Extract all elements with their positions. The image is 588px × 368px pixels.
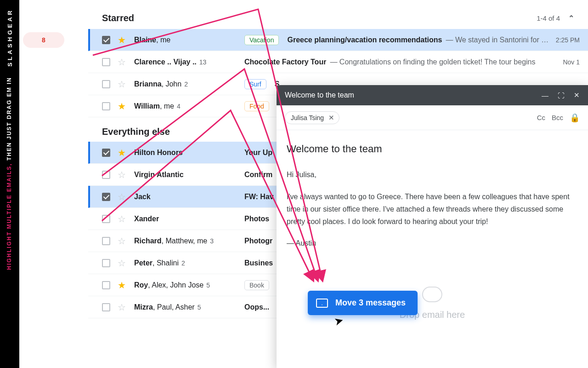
row-subject: Photogr bbox=[244, 237, 272, 245]
row-label-chip[interactable]: Vacation bbox=[244, 35, 279, 45]
row-subject: Greece planning/vacation recommendations bbox=[287, 36, 442, 44]
row-checkbox[interactable] bbox=[102, 303, 110, 311]
row-label-chip[interactable]: Surf bbox=[244, 79, 266, 89]
move-messages-label: Move 3 messages bbox=[335, 298, 406, 308]
mail-row[interactable]: ☆Clarence .. Vijay ..13Chocolate Factory… bbox=[88, 51, 588, 73]
row-sender: Virgin Atlantic bbox=[134, 171, 244, 179]
row-sender: Richard, Matthew, me3 bbox=[134, 237, 244, 245]
section-starred-count: 1-4 of 4 bbox=[537, 14, 560, 22]
recipient-name: Julisa Tsing bbox=[291, 114, 324, 121]
star-icon[interactable]: ☆ bbox=[118, 214, 128, 224]
row-sender: Roy, Alex, John Jose5 bbox=[134, 281, 244, 289]
row-sender: Xander bbox=[134, 215, 244, 223]
star-icon[interactable]: ☆ bbox=[118, 58, 128, 67]
star-icon[interactable]: ☆ bbox=[118, 170, 128, 179]
row-sender: William, me4 bbox=[134, 102, 244, 110]
row-date: Nov 1 bbox=[563, 58, 580, 66]
star-icon[interactable]: ★ bbox=[118, 102, 128, 111]
compose-recipients-row[interactable]: Julisa Tsing ✕ Cc Bcc 🔒 bbox=[277, 105, 588, 130]
row-sender: Clarence .. Vijay ..13 bbox=[134, 58, 244, 66]
compose-window-title: Welcome to the team bbox=[285, 91, 354, 99]
compose-titlebar[interactable]: Welcome to the team — ⛶ ✕ bbox=[277, 85, 588, 105]
row-checkbox[interactable] bbox=[102, 149, 110, 157]
mail-row[interactable]: ★Blaine, meVacationGreece planning/vacat… bbox=[88, 29, 588, 51]
move-messages-pill[interactable]: Move 3 messages bbox=[308, 291, 418, 315]
row-snippet: — Congratulations on finding the golden … bbox=[330, 58, 556, 66]
row-sender: Mizra, Paul, Asher5 bbox=[134, 303, 244, 311]
lock-icon[interactable]: 🔒 bbox=[570, 113, 580, 123]
row-subject: Your Up bbox=[244, 149, 272, 157]
row-sender: Blaine, me bbox=[134, 36, 244, 44]
row-subject: Busines bbox=[244, 259, 273, 267]
row-checkbox[interactable] bbox=[102, 215, 110, 223]
section-everything-title: Everything else bbox=[102, 126, 170, 137]
tagline-highlight: HIGHLIGHT MULTIPLE EMAILS, bbox=[6, 163, 12, 270]
star-icon[interactable]: ☆ bbox=[118, 192, 128, 201]
compose-window: Welcome to the team — ⛶ ✕ Julisa Tsing ✕… bbox=[277, 85, 588, 368]
remove-recipient-icon[interactable]: ✕ bbox=[328, 114, 334, 122]
star-icon[interactable]: ★ bbox=[118, 148, 128, 157]
row-sender: Jack bbox=[134, 193, 244, 201]
row-checkbox[interactable] bbox=[102, 281, 110, 289]
row-checkbox[interactable] bbox=[102, 102, 110, 110]
row-sender: Peter, Shalini2 bbox=[134, 259, 244, 267]
section-starred-title: Starred bbox=[102, 13, 134, 23]
row-sender: Brianna, John2 bbox=[134, 80, 244, 88]
fullscreen-icon[interactable]: ⛶ bbox=[558, 92, 565, 99]
site-rail: SLASHGEAR HIGHLIGHT MULTIPLE EMAILS, THE… bbox=[0, 0, 19, 368]
star-icon[interactable]: ★ bbox=[118, 35, 128, 45]
compose-body[interactable]: Welcome to the team Hi Julisa, I've alwa… bbox=[277, 130, 588, 368]
star-icon[interactable]: ☆ bbox=[118, 259, 128, 268]
row-checkbox[interactable] bbox=[102, 171, 110, 179]
row-checkbox[interactable] bbox=[102, 193, 110, 201]
envelope-icon bbox=[316, 299, 328, 308]
tagline-rest: THEN JUST DRAG EM IN bbox=[6, 77, 12, 163]
row-checkbox[interactable] bbox=[102, 36, 110, 44]
row-subject: Confirm bbox=[244, 171, 272, 179]
compose-greeting: Hi Julisa, bbox=[287, 168, 578, 181]
attachment-icon bbox=[422, 287, 442, 302]
compose-signature: — Austin bbox=[287, 237, 578, 249]
row-checkbox[interactable] bbox=[102, 259, 110, 267]
row-date: 2:25 PM bbox=[556, 36, 580, 44]
row-subject: Chocolate Factory Tour bbox=[244, 58, 326, 66]
bcc-button[interactable]: Bcc bbox=[552, 114, 563, 121]
close-icon[interactable]: ✕ bbox=[574, 91, 580, 99]
star-icon[interactable]: ☆ bbox=[118, 80, 128, 89]
unread-badge[interactable]: 8 bbox=[23, 32, 64, 48]
row-label-chip[interactable]: Book bbox=[244, 280, 269, 290]
star-icon[interactable]: ☆ bbox=[118, 236, 128, 246]
row-checkbox[interactable] bbox=[102, 80, 110, 88]
site-tagline: HIGHLIGHT MULTIPLE EMAILS, THEN JUST DRA… bbox=[6, 77, 13, 270]
row-subject: Oops... bbox=[244, 303, 269, 311]
compose-paragraph: I've always wanted to go to Greece. Ther… bbox=[287, 190, 578, 228]
star-icon[interactable]: ★ bbox=[118, 281, 128, 290]
row-sender: Hilton Honors bbox=[134, 149, 244, 157]
row-checkbox[interactable] bbox=[102, 58, 110, 66]
row-snippet: — We stayed in Santorini for the... bbox=[446, 36, 549, 44]
site-logo: SLASHGEAR bbox=[6, 8, 13, 67]
cc-button[interactable]: Cc bbox=[537, 114, 545, 121]
row-checkbox[interactable] bbox=[102, 237, 110, 245]
row-label-chip[interactable]: Food bbox=[244, 101, 269, 111]
chevron-up-icon[interactable]: ⌃ bbox=[568, 14, 574, 23]
compose-subject: Welcome to the team bbox=[287, 140, 578, 157]
minimize-icon[interactable]: — bbox=[542, 92, 548, 99]
star-icon[interactable]: ☆ bbox=[118, 303, 128, 312]
recipient-chip[interactable]: Julisa Tsing ✕ bbox=[285, 111, 339, 124]
main-area: 8 Starred 1-4 of 4 ⌃ ★Blaine, meVacation… bbox=[19, 0, 588, 368]
row-subject: FW: Hav bbox=[244, 193, 274, 201]
row-subject: Photos bbox=[244, 215, 269, 223]
section-starred-header: Starred 1-4 of 4 ⌃ bbox=[88, 0, 588, 29]
